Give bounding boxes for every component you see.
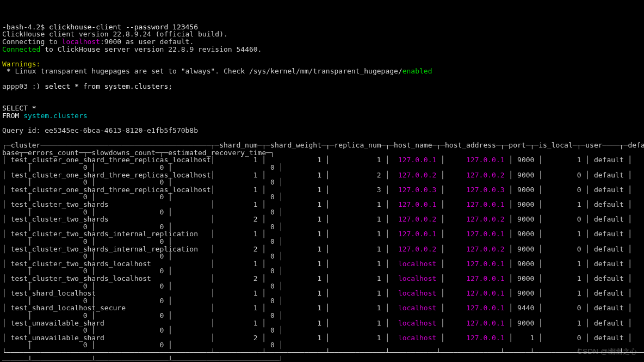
result-table: ┌─cluster───────────────────────────────… <box>2 141 644 362</box>
warnings-line: * Linux transparent hugepages are set to… <box>2 67 432 75</box>
user-query[interactable]: appp03 :) select * from system.clusters; <box>2 82 172 90</box>
query-id: Query id: ee5345ec-6bca-4613-8120-e1fb5f… <box>2 126 198 134</box>
sql-echo: SELECT * FROM system.clusters <box>2 104 88 120</box>
terminal-output: -bash-4.2$ clickhouse-client --password … <box>0 15 644 362</box>
connected-line: Connected to ClickHouse server version 2… <box>2 45 262 53</box>
